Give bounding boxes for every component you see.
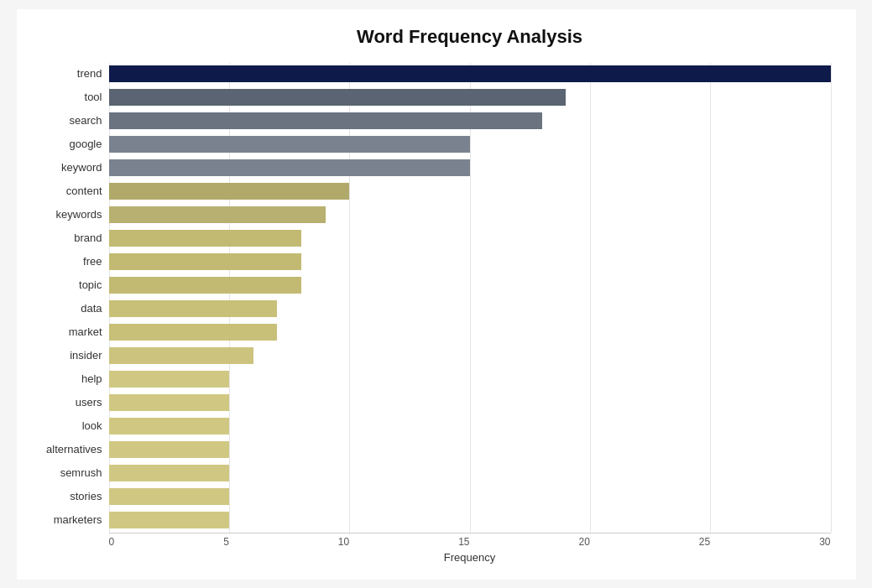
bar-row: google bbox=[109, 133, 831, 155]
bar-label: marketers bbox=[18, 513, 102, 526]
x-tick-label: 20 bbox=[578, 536, 589, 548]
bar-row: brand bbox=[109, 227, 831, 249]
x-tick-label: 10 bbox=[338, 536, 349, 548]
bar-fill bbox=[109, 277, 301, 294]
chart-area: trendtoolsearchgooglekeywordcontentkeywo… bbox=[109, 63, 831, 533]
bar-label: trend bbox=[18, 67, 102, 80]
bar-fill bbox=[109, 324, 278, 341]
bar-row: tool bbox=[109, 86, 831, 108]
bar-row: help bbox=[109, 368, 831, 390]
bar-fill bbox=[109, 441, 229, 458]
bar-fill bbox=[109, 418, 229, 434]
bar-label: search bbox=[18, 114, 102, 127]
bar-fill bbox=[109, 65, 831, 82]
bar-label: data bbox=[18, 302, 102, 315]
bar-row: topic bbox=[109, 274, 831, 296]
bar-label: market bbox=[18, 325, 102, 338]
bar-row: keyword bbox=[109, 157, 831, 179]
bar-row: semrush bbox=[109, 462, 831, 484]
bar-fill bbox=[109, 347, 253, 364]
bar-fill bbox=[109, 465, 229, 481]
bar-label: look bbox=[18, 419, 102, 432]
bar-label: stories bbox=[18, 490, 102, 502]
x-axis: 051015202530Frequency bbox=[109, 533, 831, 566]
bar-fill bbox=[109, 394, 229, 411]
bar-row: data bbox=[109, 298, 831, 320]
x-tick-label: 25 bbox=[699, 536, 710, 548]
bar-row: alternatives bbox=[109, 439, 831, 461]
bar-label: google bbox=[18, 138, 102, 150]
x-tick-label: 5 bbox=[223, 536, 229, 548]
bar-row: search bbox=[109, 110, 831, 132]
bar-label: alternatives bbox=[18, 443, 102, 455]
chart-container: Word Frequency Analysis trendtoolsearchg… bbox=[17, 9, 856, 580]
bar-fill bbox=[109, 488, 229, 505]
bar-fill bbox=[109, 183, 350, 200]
bar-label: help bbox=[18, 372, 102, 385]
bar-row: keywords bbox=[109, 204, 831, 226]
bar-row: free bbox=[109, 251, 831, 273]
bar-label: users bbox=[18, 396, 102, 408]
bar-row: users bbox=[109, 392, 831, 414]
bar-label: semrush bbox=[18, 466, 102, 479]
chart-title: Word Frequency Analysis bbox=[109, 26, 831, 48]
bar-fill bbox=[109, 512, 229, 528]
bar-label: keywords bbox=[18, 208, 102, 221]
bar-row: insider bbox=[109, 345, 831, 367]
bar-fill bbox=[109, 300, 278, 317]
bar-fill bbox=[109, 136, 470, 153]
bar-label: content bbox=[18, 185, 102, 197]
bar-label: topic bbox=[18, 278, 102, 291]
bar-row: market bbox=[109, 321, 831, 343]
bar-fill bbox=[109, 253, 301, 270]
bar-row: trend bbox=[109, 63, 831, 85]
bar-row: content bbox=[109, 180, 831, 202]
bar-fill bbox=[109, 159, 470, 176]
bar-fill bbox=[109, 230, 301, 247]
x-tick-label: 15 bbox=[458, 536, 469, 548]
bar-fill bbox=[109, 206, 326, 223]
bar-fill bbox=[109, 112, 542, 129]
x-tick-label: 30 bbox=[819, 536, 830, 548]
x-tick-label: 0 bbox=[109, 536, 115, 548]
bar-fill bbox=[109, 371, 229, 388]
bar-fill bbox=[109, 89, 567, 106]
bar-row: stories bbox=[109, 486, 831, 507]
bar-label: keyword bbox=[18, 161, 102, 174]
bar-row: marketers bbox=[109, 509, 831, 531]
x-axis-label: Frequency bbox=[109, 551, 831, 564]
bar-label: tool bbox=[18, 91, 102, 103]
bar-row: look bbox=[109, 415, 831, 437]
bar-label: free bbox=[18, 255, 102, 268]
bar-label: brand bbox=[18, 232, 102, 244]
bar-label: insider bbox=[18, 349, 102, 362]
